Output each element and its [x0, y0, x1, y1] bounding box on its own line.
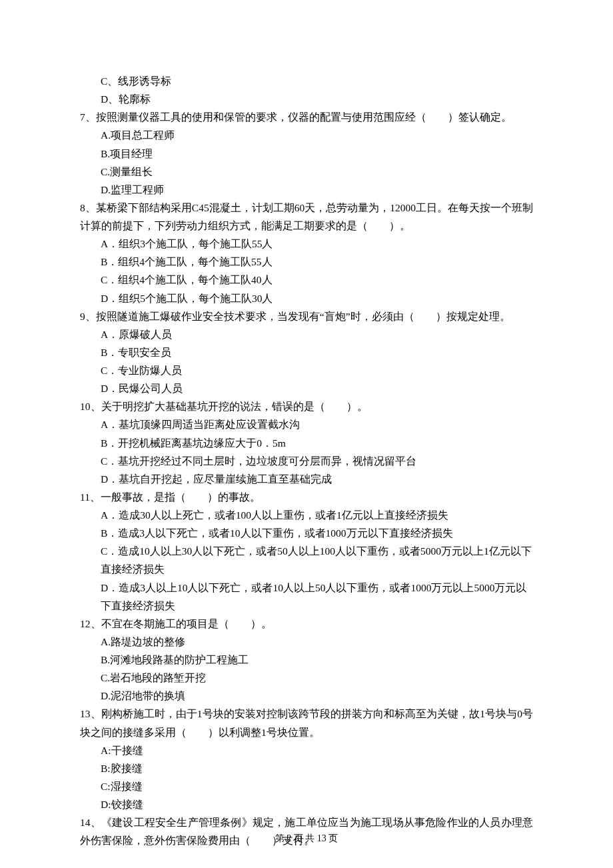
- question-stem: 8、某桥梁下部结构采用C45混凝土，计划工期60天，总劳动量为，12000工日。…: [80, 199, 533, 235]
- option-b: B．开挖机械距离基坑边缘应大于0．5m: [80, 434, 533, 452]
- option-d: D:铰接缝: [80, 795, 533, 813]
- question-stem: 7、按照测量仪器工具的使用和保管的要求，仪器的配置与使用范围应经（ ）签认确定。: [80, 108, 533, 126]
- option-a: A．组织3个施工队，每个施工队55人: [80, 235, 533, 253]
- option-c: C．基坑开挖经过不同土层时，边垃坡度可分层而异，视情况留平台: [80, 452, 533, 470]
- option-b: B．造成3人以下死亡，或者10人以下重伤，或者1000万元以下直接经济损失: [80, 524, 533, 542]
- option-b: B．组织4个施工队，每个施工队55人: [80, 253, 533, 271]
- option-b: B:胶接缝: [80, 759, 533, 777]
- option-d: D．造成3人以上10人以下死亡，或者10人以上50人以下重伤，或者1000万元以…: [80, 579, 533, 615]
- option-d: D．民爆公司人员: [80, 379, 533, 397]
- option-a: A.路堤边坡的整修: [80, 633, 533, 651]
- option-c: C．组织4个施工队，每个施工队40人: [80, 271, 533, 289]
- option-a: A．原爆破人员: [80, 325, 533, 343]
- option-b: B．专职安全员: [80, 343, 533, 361]
- question-stem: 13、刚构桥施工时，由于1号块的安装对控制该跨节段的拼装方向和标高至为关键，故1…: [80, 705, 533, 741]
- option-c: C:湿接缝: [80, 777, 533, 795]
- option-b: B.河滩地段路基的防护工程施工: [80, 651, 533, 669]
- option-a: A.项目总工程师: [80, 126, 533, 144]
- option-a: A．基坑顶缘四周适当距离处应设置截水沟: [80, 415, 533, 433]
- question-9: 9、按照隧道施工爆破作业安全技术要求，当发现有“盲炮”时，必须由（ ）按规定处理…: [80, 307, 533, 398]
- question-11: 11、一般事故，是指（ ）的事故。 A．造成30人以上死亡，或者100人以上重伤…: [80, 488, 533, 615]
- option-d: D.泥沼地带的换填: [80, 687, 533, 705]
- question-stem: 9、按照隧道施工爆破作业安全技术要求，当发现有“盲炮”时，必须由（ ）按规定处理…: [80, 307, 533, 325]
- question-7: 7、按照测量仪器工具的使用和保管的要求，仪器的配置与使用范围应经（ ）签认确定。…: [80, 108, 533, 199]
- question-stem: 10、关于明挖扩大基础基坑开挖的说法，错误的是（ ）。: [80, 397, 533, 415]
- option-c: C．造成10人以上30人以下死亡，或者50人以上100人以下重伤，或者5000万…: [80, 542, 533, 578]
- question-13: 13、刚构桥施工时，由于1号块的安装对控制该跨节段的拼装方向和标高至为关键，故1…: [80, 705, 533, 813]
- option-d: D．基坑自开挖起，应尽量崖续施工直至基础完成: [80, 470, 533, 488]
- option-d: D、轮廓标: [80, 90, 533, 108]
- option-c: C．专业防爆人员: [80, 361, 533, 379]
- document-page: C、线形诱导标 D、轮廓标 7、按照测量仪器工具的使用和保管的要求，仪器的配置与…: [0, 0, 613, 868]
- question-10: 10、关于明挖扩大基础基坑开挖的说法，错误的是（ ）。 A．基坑顶缘四周适当距离…: [80, 397, 533, 488]
- question-12: 12、不宜在冬期施工的项目是（ ）。 A.路堤边坡的整修 B.河滩地段路基的防护…: [80, 615, 533, 705]
- option-a: A:干接缝: [80, 741, 533, 759]
- option-c: C.岩石地段的路堑开挖: [80, 669, 533, 687]
- question-8: 8、某桥梁下部结构采用C45混凝土，计划工期60天，总劳动量为，12000工日。…: [80, 199, 533, 307]
- question-6-tail: C、线形诱导标 D、轮廓标: [80, 72, 533, 108]
- option-c: C、线形诱导标: [80, 72, 533, 90]
- option-a: A．造成30人以上死亡，或者100人以上重伤，或者1亿元以上直接经济损失: [80, 506, 533, 524]
- option-c: C.测量组长: [80, 163, 533, 181]
- option-d: D．组织5个施工队，每个施工队30人: [80, 289, 533, 307]
- option-d: D.监理工程师: [80, 181, 533, 199]
- page-footer: 第 2 页 共 13 页: [0, 831, 613, 847]
- question-stem: 11、一般事故，是指（ ）的事故。: [80, 488, 533, 506]
- option-b: B.项目经理: [80, 145, 533, 163]
- question-stem: 12、不宜在冬期施工的项目是（ ）。: [80, 615, 533, 633]
